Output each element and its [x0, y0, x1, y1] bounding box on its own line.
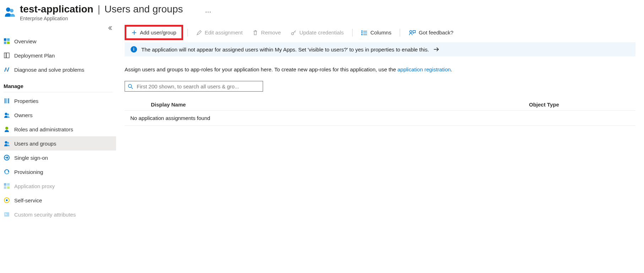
search-box[interactable]: [125, 81, 263, 92]
highlight-add-user-group: Add user/group: [125, 25, 183, 40]
sidebar-collapse-button[interactable]: [108, 26, 113, 31]
sidebar-divider: [4, 92, 113, 92]
page-header: test-application | Users and groups … En…: [0, 0, 644, 23]
svg-rect-18: [7, 183, 10, 186]
svg-rect-29: [361, 32, 362, 33]
svg-point-34: [129, 84, 132, 87]
sidebar-item-properties[interactable]: Properties: [0, 94, 116, 108]
app-proxy-icon: [4, 183, 10, 189]
sidebar-item-roles[interactable]: Roles and administrators: [0, 122, 116, 136]
sso-icon: [4, 154, 10, 161]
sidebar-item-label: Provisioning: [14, 169, 43, 175]
svg-rect-17: [4, 183, 6, 186]
more-menu-button[interactable]: …: [205, 7, 212, 14]
header-separator: |: [98, 4, 100, 15]
sidebar-item-deployment-plan[interactable]: Deployment Plan: [0, 48, 116, 62]
sidebar-item-owners[interactable]: Owners: [0, 108, 116, 122]
button-label: Got feedback?: [419, 29, 453, 36]
info-banner-action[interactable]: [433, 47, 440, 52]
toolbar-separator: [187, 29, 188, 37]
sidebar-item-label: Application proxy: [14, 183, 55, 189]
svg-rect-2: [4, 38, 6, 41]
svg-point-14: [5, 141, 7, 144]
header-page-title: Users and groups: [104, 4, 183, 15]
info-banner: i The application will not appear for as…: [125, 42, 635, 56]
search-input[interactable]: [136, 83, 260, 90]
main-content: Add user/group Edit assignment Remove: [116, 23, 644, 273]
description-prefix: Assign users and groups to app-roles for…: [125, 66, 398, 72]
deployment-plan-icon: [4, 52, 10, 59]
svg-point-13: [5, 127, 8, 130]
sidebar-item-label: Owners: [14, 112, 33, 118]
svg-rect-19: [4, 186, 6, 189]
header-subtitle: Enterprise Application: [20, 16, 212, 21]
app-registration-link[interactable]: application registration: [398, 66, 451, 72]
users-groups-icon: [4, 140, 10, 147]
sidebar-item-self-service[interactable]: Self-service: [0, 193, 116, 207]
sidebar-item-diagnose[interactable]: Diagnose and solve problems: [0, 62, 116, 77]
edit-assignment-button: Edit assignment: [192, 27, 247, 38]
svg-rect-3: [7, 38, 10, 41]
add-user-group-button[interactable]: Add user/group: [127, 27, 181, 38]
svg-rect-8: [5, 98, 6, 103]
table-col-object-type[interactable]: Object Type: [529, 102, 635, 108]
sidebar-item-sso[interactable]: Single sign-on: [0, 151, 116, 165]
sidebar: Overview Deployment Plan: [0, 23, 116, 273]
trash-icon: [252, 30, 258, 36]
sidebar-item-users-groups[interactable]: Users and groups: [0, 136, 116, 151]
sidebar-item-provisioning[interactable]: Provisioning: [0, 165, 116, 179]
sidebar-item-label: Single sign-on: [14, 155, 48, 161]
columns-icon: [361, 30, 367, 36]
svg-rect-32: [363, 34, 367, 35]
svg-rect-9: [6, 98, 7, 103]
button-label: Columns: [370, 29, 391, 36]
button-label: Remove: [261, 29, 281, 36]
provisioning-icon: [4, 169, 10, 175]
sidebar-item-label: Custom security attributes: [14, 212, 76, 218]
roles-icon: [4, 126, 10, 132]
app-icon: [4, 6, 16, 19]
sidebar-item-label: Self-service: [14, 197, 42, 203]
table-empty-row: No application assignments found: [125, 111, 635, 125]
svg-point-11: [5, 113, 7, 115]
sidebar-item-label: Roles and administrators: [14, 126, 73, 132]
remove-button: Remove: [248, 27, 285, 38]
overview-icon: [4, 38, 10, 44]
properties-icon: [4, 98, 10, 104]
svg-rect-10: [8, 98, 9, 103]
sidebar-item-overview[interactable]: Overview: [0, 34, 116, 48]
header-app-name: test-application: [20, 4, 93, 15]
table-divider: [125, 125, 635, 126]
svg-rect-7: [6, 53, 9, 58]
key-icon: [291, 30, 296, 36]
pencil-icon: [196, 30, 202, 36]
svg-rect-5: [7, 42, 10, 44]
plus-icon: [131, 30, 137, 36]
table-col-display-name[interactable]: Display Name: [142, 102, 529, 108]
sidebar-section-manage: Manage: [0, 77, 116, 92]
button-label: Update credentials: [299, 29, 344, 36]
sidebar-item-label: Users and groups: [14, 141, 56, 147]
sidebar-item-app-proxy: Application proxy: [0, 179, 116, 193]
svg-point-12: [7, 114, 9, 116]
custom-security-icon: [4, 211, 10, 218]
info-icon: i: [131, 46, 137, 53]
svg-point-0: [6, 7, 10, 12]
owners-icon: [4, 112, 10, 118]
svg-point-15: [7, 142, 9, 144]
sidebar-item-custom-security: Custom security attributes: [0, 207, 116, 222]
description-suffix: .: [451, 66, 452, 72]
svg-rect-6: [4, 53, 6, 58]
sidebar-item-label: Properties: [14, 98, 38, 104]
svg-rect-25: [5, 214, 7, 215]
search-icon: [128, 84, 133, 89]
table-header: Display Name Object Type: [125, 99, 635, 111]
update-credentials-button: Update credentials: [286, 27, 348, 38]
page-description: Assign users and groups to app-roles for…: [125, 66, 635, 72]
svg-rect-31: [361, 34, 362, 35]
svg-rect-4: [4, 42, 6, 44]
feedback-button[interactable]: Got feedback?: [404, 27, 458, 38]
assignments-table: Display Name Object Type No application …: [125, 99, 635, 126]
columns-button[interactable]: Columns: [357, 27, 395, 38]
button-label: Edit assignment: [205, 29, 243, 36]
